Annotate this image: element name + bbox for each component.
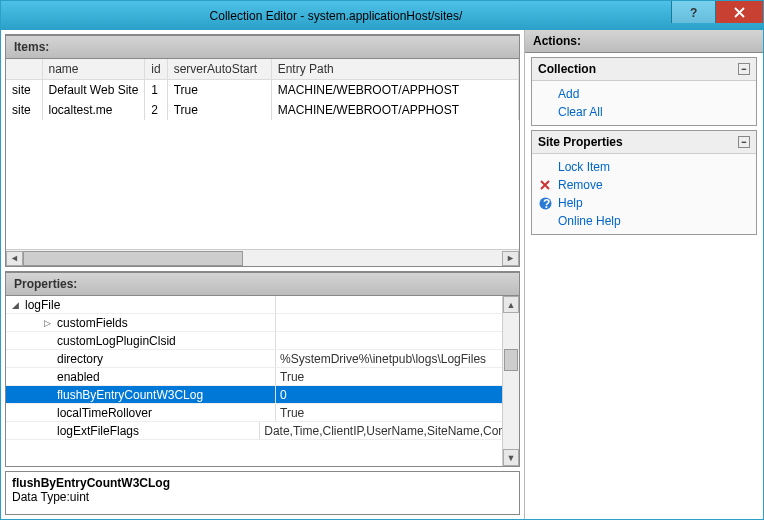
scroll-down-icon[interactable]: ▼ — [503, 449, 519, 466]
close-button[interactable] — [715, 1, 763, 23]
property-value[interactable]: True — [276, 406, 519, 420]
property-value[interactable]: %SystemDrive%\inetpub\logs\LogFiles — [276, 352, 519, 366]
property-row[interactable]: directory%SystemDrive%\inetpub\logs\LogF… — [6, 350, 519, 368]
property-grid[interactable]: ◢logFile ▷customFieldscustomLogPluginCls… — [6, 296, 519, 466]
help-icon: ? — [538, 196, 552, 210]
property-row[interactable]: customLogPluginClsid — [6, 332, 519, 350]
property-row[interactable]: localTimeRolloverTrue — [6, 404, 519, 422]
col-type[interactable] — [6, 59, 42, 80]
property-row[interactable]: ▷customFields — [6, 314, 519, 332]
scroll-thumb[interactable] — [23, 251, 243, 266]
add-action[interactable]: Add — [532, 85, 756, 103]
help-action[interactable]: ? Help — [532, 194, 756, 212]
title-bar: Collection Editor - system.applicationHo… — [1, 1, 763, 30]
table-row[interactable]: siteDefault Web Site1TrueMACHINE/WEBROOT… — [6, 80, 519, 101]
items-grid[interactable]: name id serverAutoStart Entry Path siteD… — [6, 59, 519, 249]
expand-icon[interactable]: ▷ — [42, 317, 53, 328]
collapse-section-icon[interactable]: − — [738, 136, 750, 148]
lockitem-action[interactable]: Lock Item — [532, 158, 756, 176]
property-row[interactable]: flushByEntryCountW3CLog0 — [6, 386, 519, 404]
prop-root-row[interactable]: ◢logFile — [6, 296, 519, 314]
property-row[interactable]: logExtFileFlagsDate,Time,ClientIP,UserNa… — [6, 422, 519, 440]
property-name: customFields — [57, 316, 128, 330]
property-row[interactable]: enabledTrue — [6, 368, 519, 386]
scroll-left-icon[interactable]: ◄ — [6, 251, 23, 266]
prop-root-name: logFile — [25, 298, 60, 312]
items-hscroll[interactable]: ◄ ► — [6, 249, 519, 266]
col-id[interactable]: id — [145, 59, 167, 80]
items-panel: Items: name id serverAutoStart Entry Pat… — [5, 34, 520, 267]
property-name: directory — [57, 352, 103, 366]
scroll-vthumb[interactable] — [504, 349, 518, 371]
col-serverautostart[interactable]: serverAutoStart — [167, 59, 271, 80]
onlinehelp-action[interactable]: Online Help — [532, 212, 756, 230]
property-name: enabled — [57, 370, 100, 384]
col-entrypath[interactable]: Entry Path — [271, 59, 518, 80]
table-row[interactable]: sitelocaltest.me2TrueMACHINE/WEBROOT/APP… — [6, 100, 519, 120]
left-pane: Items: name id serverAutoStart Entry Pat… — [1, 30, 525, 519]
properties-header: Properties: — [6, 272, 519, 296]
property-value[interactable]: Date,Time,ClientIP,UserName,SiteName,Com… — [260, 424, 519, 438]
remove-action[interactable]: Remove — [532, 176, 756, 194]
scroll-up-icon[interactable]: ▲ — [503, 296, 519, 313]
remove-icon — [538, 178, 552, 192]
svg-text:?: ? — [543, 197, 550, 210]
properties-vscroll[interactable]: ▲ ▼ — [502, 296, 519, 466]
description-name: flushByEntryCountW3CLog — [12, 476, 513, 490]
property-value[interactable]: 0 — [276, 388, 519, 402]
collapse-icon[interactable]: ◢ — [10, 299, 21, 310]
properties-panel: Properties: ◢logFile ▷customFieldscustom… — [5, 271, 520, 467]
siteproperties-title: Site Properties — [538, 135, 623, 149]
help-button[interactable]: ? — [671, 1, 715, 23]
col-name[interactable]: name — [42, 59, 145, 80]
collection-title: Collection — [538, 62, 596, 76]
siteproperties-section: Site Properties − Lock Item Remove ? Hel… — [531, 130, 757, 235]
property-name: flushByEntryCountW3CLog — [57, 388, 203, 402]
window-title: Collection Editor - system.applicationHo… — [1, 9, 671, 23]
collapse-section-icon[interactable]: − — [738, 63, 750, 75]
svg-text:?: ? — [690, 6, 697, 19]
property-name: customLogPluginClsid — [57, 334, 176, 348]
property-value[interactable]: True — [276, 370, 519, 384]
collection-section: Collection − Add Clear All — [531, 57, 757, 126]
description-panel: flushByEntryCountW3CLog Data Type:uint — [5, 471, 520, 515]
property-name: logExtFileFlags — [57, 424, 139, 438]
items-header: Items: — [6, 35, 519, 59]
scroll-right-icon[interactable]: ► — [502, 251, 519, 266]
actions-header: Actions: — [525, 30, 763, 53]
property-name: localTimeRollover — [57, 406, 152, 420]
description-type: Data Type:uint — [12, 490, 513, 504]
actions-pane: Actions: Collection − Add Clear All Site… — [525, 30, 763, 519]
clearall-action[interactable]: Clear All — [532, 103, 756, 121]
